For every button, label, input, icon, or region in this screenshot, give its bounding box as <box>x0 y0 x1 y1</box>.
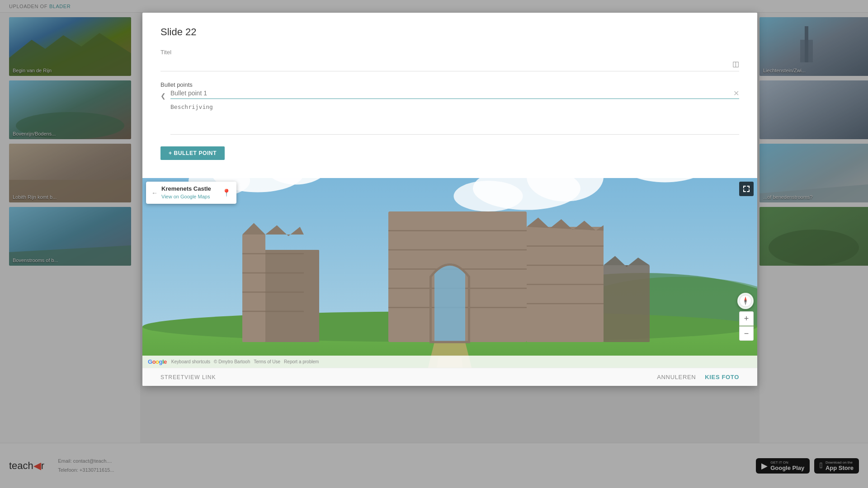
modal-title: Slide 22 <box>160 26 739 38</box>
kies-foto-button[interactable]: KIES FOTO <box>705 374 739 380</box>
svg-rect-38 <box>242 235 265 342</box>
google-logo: Google <box>148 358 167 365</box>
add-bullet-button[interactable]: + BULLET POINT <box>160 146 225 160</box>
bullet-input-row-1: ✕ <box>170 89 739 99</box>
map-footer: Google Keyboard shortcuts © Dmytro Barto… <box>142 356 757 368</box>
bullet-chevron-icon[interactable]: ❮ <box>160 92 166 99</box>
keyboard-shortcuts-link[interactable]: Keyboard shortcuts <box>171 359 210 364</box>
title-input-row: ◫ <box>160 58 739 71</box>
bullet-item-1: ❮ ✕ <box>160 89 739 142</box>
svg-point-55 <box>745 300 746 302</box>
modal-actions: ANNULEREN KIES FOTO <box>657 374 739 380</box>
title-form-section: Titel ◫ <box>160 49 739 71</box>
expand-icon <box>743 186 750 192</box>
bullet-fields-1: ✕ <box>170 89 739 142</box>
streetview-link-label: STREETVIEW LINK <box>160 374 216 380</box>
zoom-controls: + − <box>739 311 754 341</box>
zoom-in-button[interactable]: + <box>739 311 754 326</box>
report-problem-link[interactable]: Report a problem <box>284 359 319 364</box>
bullet-points-label: Bullet points <box>160 81 193 88</box>
map-footer-links: Keyboard shortcuts © Dmytro Bartooh Term… <box>171 359 319 364</box>
description-textarea-1[interactable] <box>170 103 739 131</box>
bullet-point-input-1[interactable] <box>170 89 731 98</box>
modal-dialog: Slide 22 Titel ◫ Bullet points ❮ ✕ <box>142 13 757 386</box>
text-format-icon: ◫ <box>732 60 739 68</box>
modal-bottom-bar: STREETVIEW LINK ANNULEREN KIES FOTO <box>142 368 757 386</box>
title-label: Titel <box>160 49 739 56</box>
view-on-google-maps-link[interactable]: View on Google Maps <box>161 194 210 199</box>
description-underline <box>170 134 739 135</box>
map-expand-button[interactable] <box>739 182 754 196</box>
svg-rect-50 <box>604 265 650 342</box>
maps-popup-content: Kremenets Castle View on Google Maps <box>161 185 218 200</box>
terms-of-use-link[interactable]: Terms of Use <box>254 359 280 364</box>
castle-scene-svg <box>142 178 757 368</box>
svg-rect-37 <box>258 250 319 342</box>
bullet-close-icon-1[interactable]: ✕ <box>733 89 739 98</box>
svg-point-22 <box>454 181 523 211</box>
maps-back-arrow-icon[interactable]: ← <box>151 189 158 197</box>
streetview-section: ← Kremenets Castle View on Google Maps 📍 <box>142 178 757 368</box>
maps-location-name: Kremenets Castle <box>161 185 218 192</box>
bullet-points-section: Bullet points ❮ ✕ + BULLET POINT <box>160 80 739 160</box>
maps-pin-icon: 📍 <box>222 188 231 197</box>
title-input[interactable] <box>160 58 732 69</box>
modal-form-section: Slide 22 Titel ◫ Bullet points ❮ ✕ <box>142 13 757 178</box>
dmytro-bartooh-link[interactable]: © Dmytro Bartooh <box>214 359 250 364</box>
maps-popup: ← Kremenets Castle View on Google Maps 📍 <box>146 182 236 204</box>
zoom-out-button[interactable]: − <box>739 326 754 341</box>
compass-icon <box>739 295 752 307</box>
map-compass[interactable] <box>737 293 754 309</box>
cancel-button[interactable]: ANNULEREN <box>657 374 696 380</box>
